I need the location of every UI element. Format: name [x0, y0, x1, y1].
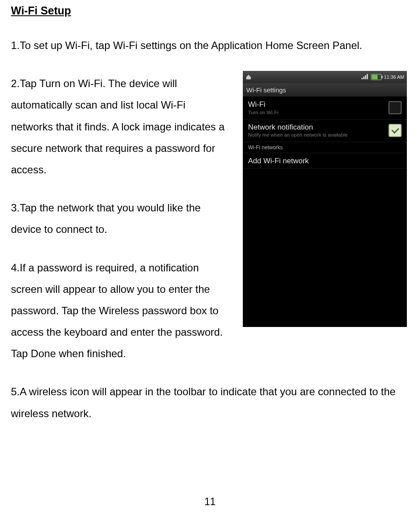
- row-wifi-subtitle: Turn on Wi-Fi: [248, 110, 384, 116]
- row-network-notification[interactable]: Network notification Notify me when an o…: [243, 119, 407, 142]
- row-notif-subtitle: Notify me when an open network is availa…: [248, 132, 384, 138]
- device-screenshot: 11:36 AM Wi-Fi settings Wi-Fi Turn on Wi…: [243, 71, 407, 327]
- row-wifi-toggle[interactable]: Wi-Fi Turn on Wi-Fi: [243, 97, 407, 119]
- section-heading: Wi-Fi Setup: [11, 4, 409, 17]
- step-1: 1.To set up Wi-Fi, tap Wi-Fi settings on…: [11, 35, 409, 56]
- battery-icon: [371, 74, 382, 80]
- step-5: 5.A wireless icon will appear in the too…: [11, 381, 409, 424]
- wifi-checkbox[interactable]: [388, 101, 402, 114]
- page-container: Wi-Fi Setup 1.To set up Wi-Fi, tap Wi-Fi…: [0, 0, 420, 513]
- svg-rect-1: [363, 77, 364, 79]
- row-add-wifi-network[interactable]: Add Wi-Fi network: [243, 153, 407, 169]
- home-icon: [245, 74, 252, 80]
- svg-rect-3: [367, 74, 368, 79]
- page-number: 11: [0, 496, 420, 508]
- screen-title-bar: Wi-Fi settings: [243, 83, 407, 97]
- section-wifi-networks: Wi-Fi networks: [243, 142, 407, 153]
- row-notif-title: Network notification: [248, 123, 384, 132]
- notification-checkbox[interactable]: [388, 124, 402, 137]
- row-wifi-title: Wi-Fi: [248, 100, 384, 109]
- status-bar-left: [245, 74, 252, 80]
- status-time: 11:36 AM: [384, 74, 404, 80]
- step-2: 2.Tap Turn on Wi-Fi. The device will aut…: [11, 73, 230, 180]
- step-4: 4.If a password is required, a notificat…: [11, 257, 230, 365]
- status-bar: 11:36 AM: [243, 71, 407, 83]
- row-add-title: Add Wi-Fi network: [248, 157, 402, 165]
- check-icon: [391, 126, 399, 134]
- svg-rect-0: [361, 78, 363, 79]
- signal-icon: [361, 74, 368, 80]
- step-3: 3.Tap the network that you would like th…: [11, 197, 230, 240]
- svg-rect-2: [365, 75, 366, 79]
